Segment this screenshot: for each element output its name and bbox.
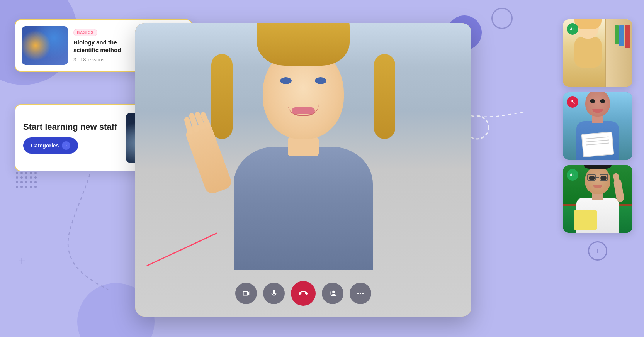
participant-3-figure <box>571 167 625 233</box>
lesson-title: Biology and the scientific method <box>73 39 138 54</box>
book-1 <box>625 25 630 48</box>
p2-notebook <box>581 132 614 157</box>
teacher-lips <box>292 107 315 114</box>
categories-button-label: Categories <box>31 142 59 149</box>
teacher-silhouette <box>207 77 400 270</box>
add-participant-icon: + <box>595 246 600 256</box>
p3-book <box>574 210 597 230</box>
end-call-button[interactable] <box>291 281 316 306</box>
p2-neck <box>592 115 603 123</box>
svg-rect-11 <box>573 173 573 176</box>
p3-face <box>585 166 610 194</box>
participant-card-2[interactable] <box>563 92 632 160</box>
p2-smile <box>592 109 603 113</box>
teacher-left-eye <box>280 77 292 84</box>
p1-hair <box>574 19 602 29</box>
svg-rect-9 <box>570 174 571 176</box>
participants-panel: + <box>563 19 632 261</box>
p2-left-eye <box>590 99 595 103</box>
p3-glasses-left <box>587 174 596 181</box>
svg-rect-7 <box>574 28 574 30</box>
participant-card-1[interactable] <box>563 19 632 87</box>
svg-rect-10 <box>571 174 572 176</box>
svg-rect-4 <box>570 29 571 30</box>
video-feed <box>135 23 471 317</box>
participant-3-status-badge <box>567 169 578 181</box>
p1-body <box>574 37 602 68</box>
svg-point-1 <box>357 293 359 294</box>
call-controls-bar <box>235 281 371 306</box>
lesson-thumb-image <box>22 26 68 65</box>
participant-2-status-badge <box>567 96 578 108</box>
p3-hair <box>584 165 612 169</box>
add-new-participant-button[interactable]: + <box>588 241 607 261</box>
p3-smile <box>593 185 602 188</box>
teacher-neck <box>288 137 319 156</box>
teacher-hair-right <box>374 54 395 139</box>
teacher-right-eye <box>315 77 326 84</box>
categories-arrow-icon: → <box>62 141 70 150</box>
svg-point-2 <box>360 293 361 294</box>
book-3 <box>615 25 619 44</box>
svg-rect-6 <box>573 27 573 30</box>
participant-2-figure <box>571 94 625 160</box>
p3-glasses-right <box>600 174 608 181</box>
video-container <box>135 23 471 317</box>
p3-glasses-bridge <box>596 177 599 178</box>
participant-1-status-badge <box>567 23 578 35</box>
basics-badge: BASICS <box>73 29 97 36</box>
p2-right-eye <box>600 99 605 103</box>
add-participant-video-button[interactable] <box>322 283 343 304</box>
bg-decoration-circle-outline-tr <box>491 8 513 29</box>
notebook-line-1 <box>586 136 609 139</box>
book-2 <box>619 25 624 46</box>
teacher-hair-left <box>211 54 233 139</box>
teacher-hair-top <box>257 23 350 66</box>
categories-button[interactable]: Categories → <box>23 137 78 154</box>
notebook-line-3 <box>586 142 609 145</box>
lesson-info: BASICS Biology and the scientific method… <box>73 29 138 63</box>
teacher-body <box>234 147 373 270</box>
decorative-plus: + <box>19 254 25 268</box>
notebook-line-2 <box>586 139 609 142</box>
svg-rect-12 <box>574 174 574 176</box>
p2-face <box>585 92 610 117</box>
svg-rect-5 <box>571 28 572 30</box>
lesson-thumbnail <box>22 26 68 65</box>
p3-finger <box>613 173 620 182</box>
learn-card-text: Start learning new staff Categories → <box>23 122 121 154</box>
learn-card-title: Start learning new staff <box>23 122 121 132</box>
camera-toggle-button[interactable] <box>235 283 257 304</box>
mic-toggle-button[interactable] <box>263 283 285 304</box>
lesson-meta: 3 of 8 lessons <box>73 57 138 63</box>
svg-point-3 <box>362 293 364 294</box>
participant-card-3[interactable] <box>563 165 632 233</box>
more-options-button[interactable] <box>350 283 371 304</box>
